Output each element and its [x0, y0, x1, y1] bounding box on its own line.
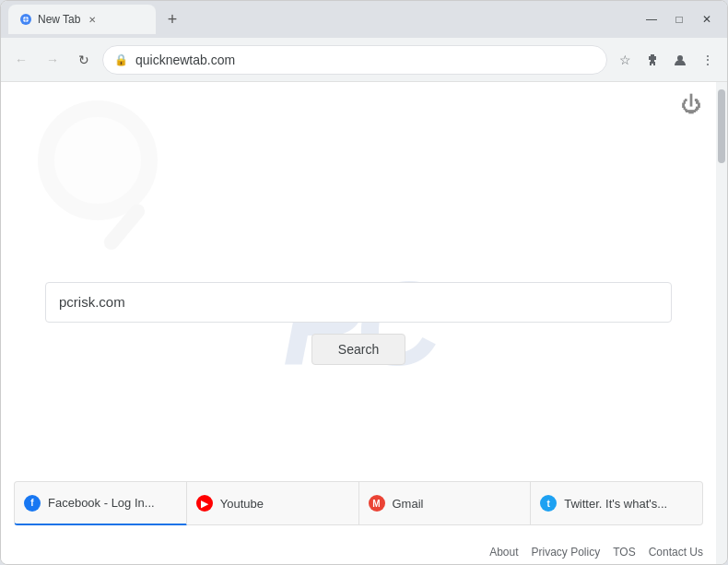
footer: About Privacy Policy TOS Contact Us — [489, 546, 703, 559]
privacy-link[interactable]: Privacy Policy — [532, 546, 601, 559]
address-bar-row: ← → ↻ 🔒 quicknewtab.com ☆ ⋮ — [1, 38, 727, 82]
contact-link[interactable]: Contact Us — [649, 546, 703, 559]
facebook-label: Facebook - Log In... — [48, 496, 155, 510]
forward-button[interactable]: → — [40, 47, 65, 73]
title-bar: New Tab ✕ + — □ ✕ — [1, 1, 727, 38]
power-button[interactable]: ⏻ — [681, 93, 701, 117]
about-link[interactable]: About — [489, 546, 518, 559]
window-controls: — □ ✕ — [639, 6, 720, 32]
tab-favicon — [19, 13, 32, 26]
quick-links: f Facebook - Log In... ▶ Youtube M Gmail… — [1, 481, 716, 525]
address-bar[interactable]: 🔒 quicknewtab.com — [102, 45, 607, 75]
scrollbar[interactable] — [716, 82, 727, 564]
tab-title: New Tab — [38, 13, 80, 26]
active-tab[interactable]: New Tab ✕ — [8, 5, 156, 34]
menu-icon[interactable]: ⋮ — [696, 48, 720, 72]
new-tab-button[interactable]: + — [159, 6, 185, 32]
twitter-icon: t — [540, 495, 557, 512]
quick-link-gmail[interactable]: M Gmail — [359, 481, 532, 525]
youtube-icon: ▶ — [196, 495, 213, 512]
url-text: quicknewtab.com — [135, 53, 595, 67]
back-button[interactable]: ← — [8, 47, 34, 73]
tos-link[interactable]: TOS — [613, 546, 635, 559]
quick-link-twitter[interactable]: t Twitter. It's what's... — [531, 481, 703, 525]
scrollbar-thumb[interactable] — [718, 89, 725, 163]
bookmark-icon[interactable]: ☆ — [613, 48, 637, 72]
profile-icon[interactable] — [668, 48, 692, 72]
lock-icon: 🔒 — [114, 53, 128, 66]
minimize-button[interactable]: — — [639, 6, 664, 32]
page-content: PC ⏻ Search f Facebook - Log In... — [1, 82, 716, 564]
extensions-icon[interactable] — [640, 48, 664, 72]
logo-area — [38, 100, 176, 303]
address-bar-icons: ☆ ⋮ — [613, 48, 720, 72]
tab-close-btn[interactable]: ✕ — [86, 13, 99, 26]
search-input[interactable] — [45, 282, 672, 323]
browser-window: New Tab ✕ + — □ ✕ ← → ↻ 🔒 quicknewtab.co… — [0, 0, 728, 565]
magnifier-circle — [38, 100, 158, 220]
content-area: PC ⏻ Search f Facebook - Log In... — [1, 82, 727, 564]
maximize-button[interactable]: □ — [666, 6, 692, 32]
search-area: Search — [45, 282, 672, 365]
gmail-label: Gmail — [393, 497, 424, 511]
gmail-icon: M — [369, 495, 385, 512]
magnifier-handle — [101, 201, 148, 253]
tab-bar: New Tab ✕ + — [8, 5, 633, 34]
search-button[interactable]: Search — [311, 334, 405, 365]
youtube-label: Youtube — [220, 497, 264, 511]
close-button[interactable]: ✕ — [694, 6, 720, 32]
quick-link-youtube[interactable]: ▶ Youtube — [187, 481, 359, 525]
refresh-button[interactable]: ↻ — [71, 47, 97, 73]
twitter-label: Twitter. It's what's... — [564, 497, 667, 511]
quick-link-facebook[interactable]: f Facebook - Log In... — [14, 481, 187, 525]
facebook-icon: f — [24, 495, 41, 512]
